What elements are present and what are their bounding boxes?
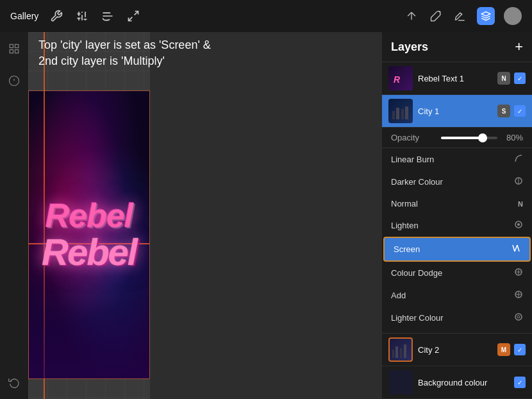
svg-line-23	[517, 245, 519, 251]
rebel-bottom-text: Rebel	[42, 234, 137, 269]
layer-name-background: Background colour	[418, 378, 514, 387]
add-layer-button[interactable]: +	[515, 40, 523, 54]
layers-panel: Layers + R Rebel Text 1 N ✓ City 1 S ✓ O…	[382, 32, 532, 399]
blend-mode-add[interactable]: Add	[382, 284, 532, 307]
blend-mode-label: Darker Colour	[391, 177, 443, 187]
blend-mode-darker-colour[interactable]: Darker Colour	[382, 171, 532, 193]
blend-mode-icon-add	[514, 290, 523, 301]
blend-mode-label: Colour Dodge	[391, 268, 442, 278]
transform-icon[interactable]	[126, 8, 141, 24]
svg-rect-17	[405, 106, 408, 119]
panel-header: Layers +	[382, 32, 532, 62]
svg-text:R: R	[394, 74, 401, 85]
blend-mode-lighten[interactable]: Lighten	[382, 214, 532, 237]
opacity-label: Opacity	[391, 133, 436, 142]
svg-rect-32	[392, 350, 394, 358]
artwork: Rebel Rebel	[29, 91, 149, 378]
svg-line-4	[411, 12, 415, 16]
blend-mode-lighter-colour[interactable]: Lighter Colour	[382, 307, 532, 329]
opacity-row: Opacity 80%	[382, 128, 532, 148]
blend-mode-colour-dodge[interactable]: Colour Dodge	[382, 262, 532, 284]
layer-check-city2[interactable]: ✓	[514, 344, 526, 355]
layer-check-rebel[interactable]: ✓	[514, 72, 526, 84]
blend-mode-icon-linear-burn	[514, 154, 523, 165]
svg-line-21	[513, 245, 515, 251]
blend-mode-icon-lighten	[514, 220, 523, 231]
adjustments-icon[interactable]	[74, 8, 90, 24]
blend-mode-screen[interactable]: Screen	[383, 237, 531, 262]
sidebar-tool-2[interactable]	[4, 71, 24, 91]
layer-item-city1[interactable]: City 1 S ✓	[382, 95, 532, 128]
blend-mode-icon-screen	[511, 244, 520, 255]
svg-rect-8	[15, 50, 19, 53]
layer-item-background[interactable]: Background colour ✓	[382, 366, 532, 399]
toolbar-left: Gallery	[10, 8, 141, 24]
svg-line-3	[408, 12, 411, 16]
user-avatar[interactable]	[504, 7, 522, 25]
blend-mode-label: Linear Burn	[391, 155, 434, 164]
layer-thumb-city1	[388, 99, 413, 123]
blend-modes-list: Linear Burn Darker Colour Normal N Light…	[382, 148, 532, 333]
svg-rect-34	[400, 348, 402, 358]
layer-item-city2[interactable]: City 2 M ✓	[382, 334, 532, 366]
svg-point-30	[515, 314, 522, 320]
svg-rect-6	[10, 44, 13, 47]
bottom-layers: City 2 M ✓ Background colour ✓	[382, 333, 532, 399]
layer-thumb-background	[388, 370, 413, 395]
svg-line-0	[135, 12, 138, 15]
blend-mode-label: Add	[391, 291, 406, 300]
layer-check-city1[interactable]: ✓	[514, 105, 526, 117]
rebel-top-text: Rebel	[42, 200, 137, 232]
eraser-tool-icon[interactable]	[453, 8, 468, 24]
layer-mode-city2: M	[497, 343, 510, 356]
layer-name-rebel: Rebel Text 1	[418, 74, 497, 83]
svg-rect-15	[396, 108, 399, 119]
canvas-area: Rebel Rebel	[28, 32, 150, 399]
blend-mode-label: Screen	[394, 244, 420, 254]
opacity-slider[interactable]	[441, 137, 497, 139]
blend-mode-icon-darker	[514, 176, 523, 187]
opacity-value: 80%	[503, 133, 523, 142]
svg-rect-9	[10, 50, 13, 53]
blend-mode-icon-colour-dodge	[514, 267, 523, 278]
layers-panel-icon[interactable]	[477, 7, 495, 25]
sidebar-tool-1[interactable]	[4, 38, 24, 59]
brush-tool-icon[interactable]	[428, 8, 444, 24]
svg-line-1	[129, 17, 133, 21]
artwork-text: Rebel Rebel	[42, 200, 137, 269]
toolbar-right	[404, 7, 522, 25]
top-toolbar: Gallery	[0, 0, 532, 32]
blend-mode-label: Lighter Colour	[391, 313, 444, 323]
wrench-icon[interactable]	[49, 8, 64, 24]
layer-mode-rebel: N	[497, 72, 510, 85]
svg-rect-33	[395, 346, 398, 358]
svg-rect-14	[392, 111, 395, 119]
svg-point-20	[517, 223, 520, 226]
blend-mode-linear-burn[interactable]: Linear Burn	[382, 148, 532, 171]
strikethrough-icon[interactable]	[100, 8, 115, 24]
opacity-thumb	[478, 133, 487, 142]
undo-tool[interactable]	[4, 372, 24, 393]
layer-name-city2: City 2	[418, 345, 497, 355]
pen-tool-icon[interactable]	[404, 8, 419, 24]
blend-mode-label: Normal	[391, 199, 418, 208]
svg-point-31	[517, 316, 520, 318]
gallery-button[interactable]: Gallery	[10, 11, 38, 21]
svg-rect-16	[401, 109, 404, 119]
svg-line-22	[515, 245, 517, 251]
blend-mode-label: Lighten	[391, 221, 419, 230]
left-sidebar	[0, 32, 28, 399]
layer-mode-city1: S	[497, 105, 510, 117]
layer-check-background[interactable]: ✓	[514, 377, 526, 388]
layer-name-city1: City 1	[418, 106, 497, 116]
svg-marker-5	[481, 12, 490, 16]
svg-rect-35	[404, 344, 406, 358]
layer-item-rebel-text[interactable]: R Rebel Text 1 N ✓	[382, 62, 532, 95]
layer-thumb-rebel: R	[388, 66, 413, 90]
blend-mode-icon-normal: N	[518, 200, 523, 208]
layer-thumb-city2	[388, 337, 413, 362]
svg-rect-7	[15, 44, 19, 47]
canvas-image: Rebel Rebel	[28, 90, 150, 379]
panel-title: Layers	[391, 40, 428, 54]
blend-mode-normal[interactable]: Normal N	[382, 193, 532, 214]
